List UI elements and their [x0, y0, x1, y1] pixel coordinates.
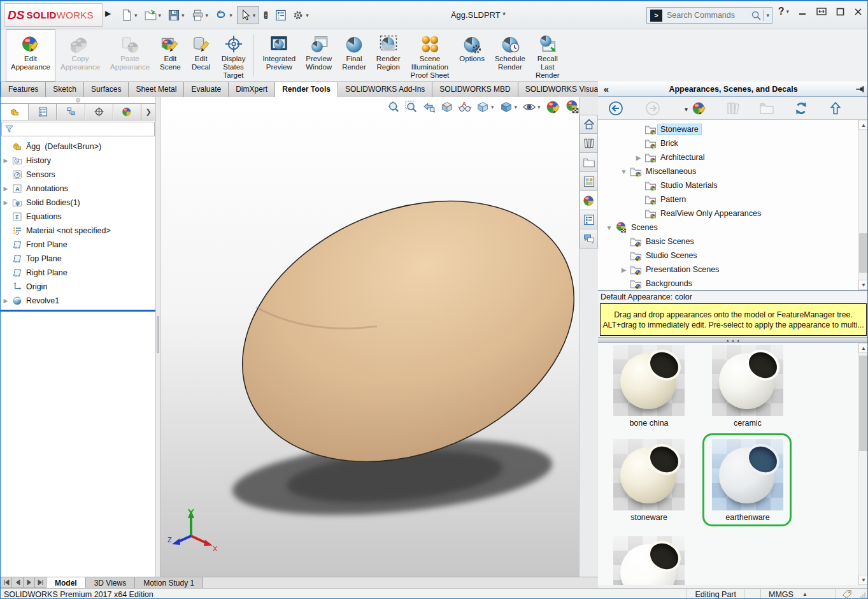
maximize-button[interactable] [836, 8, 844, 16]
task-pane-tab-file-explorer[interactable] [580, 153, 598, 172]
tree-item-history[interactable]: ▶History [1, 154, 155, 168]
feature-manager-tab-configurations[interactable] [57, 104, 85, 120]
material-sphere-image[interactable] [613, 439, 685, 510]
expand-arrow-icon[interactable]: ▶ [619, 266, 629, 273]
scroll-down-icon[interactable]: ▼ [858, 280, 868, 290]
ribbon-button-edit-decal[interactable]: EditDecal [186, 29, 217, 82]
units-selector[interactable]: MMGS▲ [760, 589, 836, 599]
rollback-bar[interactable] [1, 310, 155, 312]
help-button[interactable]: ?▾ [778, 6, 789, 17]
select-cursor-button[interactable]: ▾ [237, 6, 260, 24]
tab-strip-expander-icon[interactable]: ❯ [141, 104, 155, 120]
ribbon-button-schedule-render[interactable]: ScheduleRender [490, 29, 530, 82]
dropdown-arrow-icon[interactable]: ▾ [159, 12, 162, 18]
graphics-viewport[interactable]: A▾▾▾▾ Y X Z [160, 97, 579, 577]
tree-item-right-plane[interactable]: Right Plane [1, 266, 155, 280]
expand-arrow-icon[interactable]: ▶ [1, 298, 11, 304]
dropdown-arrow-icon[interactable]: ▾ [229, 12, 232, 18]
tree-filter-field[interactable] [1, 122, 155, 136]
expand-arrow-icon[interactable]: ▼ [604, 224, 614, 231]
tree-item-top-plane[interactable]: Top Plane [1, 252, 155, 266]
ribbon-button-edit-scene[interactable]: EditScene [155, 29, 186, 82]
search-dropdown-icon[interactable]: ▾ [763, 10, 772, 21]
dropdown-arrow-icon[interactable]: ▾ [537, 104, 541, 110]
view-tab-3d-views[interactable]: 3D Views [86, 577, 135, 588]
scroll-thumb[interactable] [859, 233, 868, 273]
task-pane-tab-custom-properties[interactable] [580, 210, 598, 229]
dropdown-arrow-icon[interactable]: ▾ [253, 12, 256, 18]
view-tab-scroll-previous-button[interactable] [12, 577, 24, 588]
cascade-windows-button[interactable] [816, 7, 827, 16]
ribbon-button-scene-illumination-proof-sheet[interactable]: SceneIlluminationProof Sheet [406, 29, 455, 82]
splitter-handle[interactable] [157, 316, 159, 353]
tree-item-origin[interactable]: Origin [1, 280, 155, 294]
close-button[interactable] [854, 8, 862, 16]
tab-render-tools[interactable]: Render Tools [274, 82, 338, 97]
tab-dimxpert[interactable]: DimXpert [228, 82, 275, 97]
edit-appearance-button[interactable] [544, 99, 563, 115]
tab-sketch[interactable]: Sketch [45, 82, 84, 97]
appearance-tree-item-miscellaneous[interactable]: ▼Miscellaneous [598, 164, 868, 178]
expand-arrow-icon[interactable]: ▶ [1, 185, 11, 192]
section-view-button[interactable] [438, 99, 456, 115]
scroll-up-icon[interactable]: ▲ [858, 120, 868, 130]
appearance-tree-item-presentation-scenes[interactable]: ▶Presentation Scenes [598, 263, 868, 277]
tree-item-solid-bodies-1[interactable]: ▶Solid Bodies(1) [1, 196, 155, 210]
appearance-thumbnail-partial[interactable] [613, 536, 685, 585]
material-sphere-image[interactable] [613, 345, 685, 416]
menu-expander-icon[interactable]: ▶ [105, 9, 111, 18]
tab-sheet-metal[interactable]: Sheet Metal [128, 82, 184, 97]
refresh-button[interactable] [793, 101, 809, 116]
annotation-views-button[interactable]: A [456, 99, 474, 115]
panel-grip[interactable] [1, 97, 155, 103]
apply-scene-button[interactable]: ▾ [563, 99, 579, 115]
task-pane-tab-appearances[interactable] [580, 191, 598, 210]
xpert-traffic-light-button[interactable] [260, 6, 272, 25]
panel-splitter[interactable] [155, 97, 160, 577]
tree-item-equations[interactable]: ΣEquations [1, 210, 155, 224]
tree-scrollbar[interactable]: ▲ ▼ [858, 120, 868, 290]
appearance-thumbnail-ceramic[interactable]: ceramic [712, 345, 783, 428]
egg-model[interactable] [160, 97, 579, 577]
task-pane-tab-view-palette[interactable] [580, 172, 598, 191]
new-document-button[interactable]: ▾ [118, 6, 141, 24]
tree-item-revolve1[interactable]: ▶Revolve1 [1, 294, 155, 308]
dropdown-arrow-icon[interactable]: ▾ [134, 12, 138, 18]
appearance-thumbnail-bone-china[interactable]: bone china [613, 345, 685, 428]
view-tab-motion-study-1[interactable]: Motion Study 1 [135, 577, 203, 588]
scroll-down-icon[interactable]: ▼ [858, 575, 868, 585]
tree-item-annotations[interactable]: ▶AAnnotations [1, 182, 155, 196]
ribbon-button-edit-appearance[interactable]: EditAppearance [6, 29, 55, 82]
feature-manager-tab-dimxpert[interactable] [85, 104, 113, 120]
appearance-tree-item-scenes[interactable]: ▼Scenes [598, 220, 868, 235]
dropdown-arrow-icon[interactable]: ▾ [206, 12, 209, 18]
appearance-tree-item-realview-only-appearances[interactable]: RealView Only Appearances [598, 206, 868, 220]
move-up-button[interactable] [828, 101, 843, 116]
resize-grip[interactable] [858, 589, 867, 599]
material-sphere-image[interactable] [712, 439, 783, 510]
expand-arrow-icon[interactable]: ▼ [619, 168, 629, 175]
previous-view-button[interactable] [420, 99, 438, 115]
appearance-tree-item-studio-materials[interactable]: Studio Materials [598, 178, 868, 192]
save-button[interactable]: ▾ [166, 6, 189, 24]
hide-show-items-button[interactable]: ▾ [520, 99, 544, 115]
print-button[interactable]: ▾ [189, 6, 213, 24]
tag-button[interactable] [836, 589, 858, 599]
feature-manager-tab-display-manager[interactable] [113, 104, 141, 120]
task-pane-tab-design-library[interactable] [580, 134, 598, 153]
thumbnails-scrollbar[interactable]: ▲ ▼ [858, 343, 868, 585]
command-manager-button[interactable] [273, 6, 289, 24]
expand-arrow-icon[interactable]: ▶ [1, 157, 11, 164]
pane-splitter-handle[interactable] [598, 337, 868, 343]
appearance-tree-item-backgrounds[interactable]: Backgrounds [598, 277, 868, 291]
search-input[interactable] [665, 10, 750, 20]
dropdown-arrow-icon[interactable]: ▾ [491, 104, 494, 110]
ribbon-button-recall-last-render[interactable]: RecallLastRender [530, 29, 565, 82]
ribbon-button-render-region[interactable]: RenderRegion [371, 29, 406, 82]
material-sphere-image[interactable] [613, 536, 685, 585]
tab-evaluate[interactable]: Evaluate [183, 82, 229, 97]
appearance-thumbnail-stoneware[interactable]: stoneware [613, 439, 685, 522]
feature-manager-tab-part[interactable] [1, 104, 29, 120]
tab-solidworks-mbd[interactable]: SOLIDWORKS MBD [432, 82, 518, 97]
ribbon-button-options[interactable]: Options [454, 29, 490, 82]
